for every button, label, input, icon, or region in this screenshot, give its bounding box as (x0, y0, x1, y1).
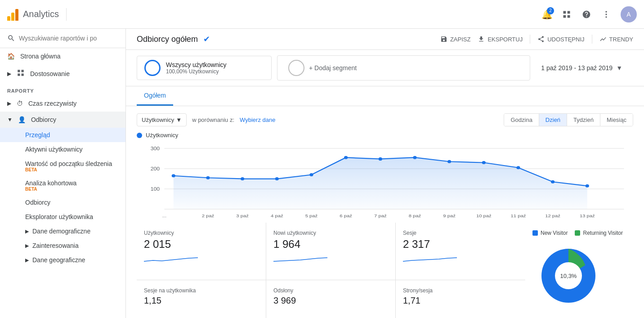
time-btn-week[interactable]: Tydzień (567, 114, 600, 126)
share-button[interactable]: UDOSTĘPNIJ (537, 36, 584, 43)
pie-color-new (532, 230, 538, 236)
chart-legend: Użytkownicy (137, 132, 633, 139)
svg-rect-8 (22, 70, 24, 72)
logo-bar-medium (11, 13, 14, 21)
sidebar-home-label: Strona główna (20, 53, 61, 60)
sidebar-sub-overview[interactable]: Przegląd (0, 128, 125, 142)
svg-text:10 paź: 10 paź (476, 213, 492, 218)
svg-point-19 (172, 174, 175, 177)
sidebar-item-customization[interactable]: ▶ Dostosowanie (0, 64, 125, 83)
sidebar-sub-geo[interactable]: ▶ Dane geograficzne (0, 253, 125, 267)
more-button[interactable] (597, 5, 615, 23)
sidebar-item-audience[interactable]: ▼ 👤 Odbiorcy (0, 112, 125, 128)
sidebar-item-home[interactable]: 🏠 Strona główna (0, 48, 125, 64)
svg-text:9 paź: 9 paź (443, 213, 455, 218)
stat-label-pps: Strony/sesja (403, 287, 518, 294)
svg-text:8 paź: 8 paź (409, 213, 421, 218)
svg-point-22 (275, 177, 279, 180)
sidebar-item-realtime[interactable]: ▶ ⏱ Czas rzeczywisty (0, 95, 125, 112)
svg-text:200: 200 (151, 166, 160, 171)
compare-text: w porównaniu z: (192, 116, 234, 123)
trends-button[interactable]: TRENDY (599, 36, 633, 43)
time-btn-month[interactable]: Miesiąc (600, 114, 633, 126)
svg-text:11 paź: 11 paź (511, 213, 526, 218)
stat-label-sessions: Sesje (403, 230, 518, 236)
svg-point-21 (241, 177, 244, 180)
segment-info: Wszyscy użytkownicy 100,00% Użytkownicy (166, 61, 227, 75)
export-label: EKSPORTUJ (487, 36, 523, 43)
time-btn-day[interactable]: Dzień (539, 114, 567, 126)
topbar: Analytics 🔔 2 A (0, 0, 644, 29)
metric-dropdown[interactable]: Użytkownicy ▼ (137, 113, 187, 126)
segment-circle-active (144, 60, 161, 76)
apps-button[interactable] (558, 5, 576, 23)
search-bar (0, 29, 125, 48)
chevron-right-icon-demo: ▶ (25, 228, 29, 234)
share-label: UDOSTĘPNIJ (547, 36, 584, 43)
svg-text:...: ... (162, 213, 166, 218)
header-actions: ZAPISZ EKSPORTUJ UDOSTĘPNIJ TRENDY (440, 35, 633, 44)
sidebar-customization-label: Dostosowanie (30, 70, 70, 77)
export-button[interactable]: EKSPORTUJ (478, 36, 523, 43)
home-icon: 🏠 (7, 53, 15, 60)
date-range-selector[interactable]: 1 paź 2019 - 13 paź 2019 ▼ (530, 64, 633, 72)
svg-marker-18 (174, 157, 587, 209)
topbar-icons: 🔔 2 A (538, 5, 637, 23)
logo-bar-large (15, 9, 18, 21)
svg-point-24 (344, 156, 348, 159)
notifications-button[interactable]: 🔔 2 (538, 5, 556, 23)
content: Odbiorcy ogółem ✔ ZAPISZ EKSPORTUJ UDOST… (126, 29, 644, 318)
svg-point-4 (605, 11, 607, 12)
sidebar: 🏠 Strona główna ▶ Dostosowanie RAPORTY ▶… (0, 29, 126, 318)
save-button[interactable]: ZAPISZ (440, 36, 471, 43)
svg-point-25 (379, 157, 382, 161)
logo-bar-small (7, 16, 10, 21)
search-input[interactable] (19, 35, 118, 42)
svg-text:2 paź: 2 paź (202, 213, 214, 218)
logo: Analytics (7, 8, 67, 21)
svg-text:7 paź: 7 paź (374, 213, 386, 218)
svg-text:5 paź: 5 paź (305, 213, 318, 218)
pie-area: New Visitor Returning Visitor (525, 223, 633, 318)
chevron-right-icon-realtime: ▶ (7, 100, 11, 107)
add-segment-circle (288, 60, 304, 76)
save-label: ZAPISZ (450, 36, 471, 43)
help-button[interactable] (577, 5, 595, 23)
stat-value-spu: 1,15 (144, 296, 259, 306)
sidebar-sub-cohort[interactable]: Analiza kohortowa BETA (0, 176, 125, 195)
stats-and-pie: Użytkownicy 2 015 Nowi użytkownicy 1 964… (126, 223, 644, 318)
sidebar-sub-lifetime[interactable]: Wartość od początku śledzenia BETA (0, 157, 125, 176)
chart-area: Użytkownicy ▼ w porównaniu z: Wybierz da… (126, 106, 644, 223)
stat-cell-pageviews: Odsłony 3 969 (266, 280, 396, 318)
sidebar-sub-audiences[interactable]: Odbiorcy (0, 195, 125, 210)
add-segment-button[interactable]: + Dodaj segment (277, 55, 530, 81)
stat-label-new-users: Nowi użytkownicy (273, 230, 388, 236)
app-title: Analytics (23, 9, 59, 19)
avatar-button[interactable]: A (621, 6, 637, 22)
chart-controls: Użytkownicy ▼ w porównaniu z: Wybierz da… (137, 113, 633, 126)
pie-legend-returning: Returning Visitor (575, 230, 623, 236)
sidebar-sub-interests[interactable]: ▶ Zainteresowania (0, 238, 125, 253)
sidebar-sub-demographics[interactable]: ▶ Dane demograficzne (0, 224, 125, 238)
stat-label-spu: Sesje na użytkownika (144, 287, 259, 294)
tab-overview[interactable]: Ogółem (137, 86, 173, 106)
header-divider-2 (592, 35, 592, 44)
svg-rect-2 (564, 15, 566, 18)
sidebar-realtime-label: Czas rzeczywisty (28, 100, 76, 107)
add-segment-label: + Dodaj segment (309, 64, 357, 72)
sidebar-sub-user-explorer[interactable]: Eksplorator użytkownika (0, 210, 125, 224)
save-icon (440, 36, 447, 43)
export-icon (478, 36, 485, 43)
active-segment-card[interactable]: Wszyscy użytkownicy 100,00% Użytkownicy (137, 56, 272, 80)
svg-rect-0 (564, 11, 566, 13)
search-icon (7, 34, 15, 42)
chart-svg-wrapper: 300 200 100 (137, 140, 633, 223)
time-btn-hour[interactable]: Godzina (504, 114, 539, 126)
stat-label-pageviews: Odsłony (273, 287, 388, 294)
sidebar-sub-active-users[interactable]: Aktywni użytkownicy (0, 142, 125, 157)
pie-legend: New Visitor Returning Visitor (532, 230, 626, 236)
svg-point-6 (605, 16, 607, 18)
compare-link[interactable]: Wybierz dane (240, 116, 275, 123)
svg-text:6 paź: 6 paź (340, 213, 352, 218)
svg-rect-9 (18, 74, 20, 76)
